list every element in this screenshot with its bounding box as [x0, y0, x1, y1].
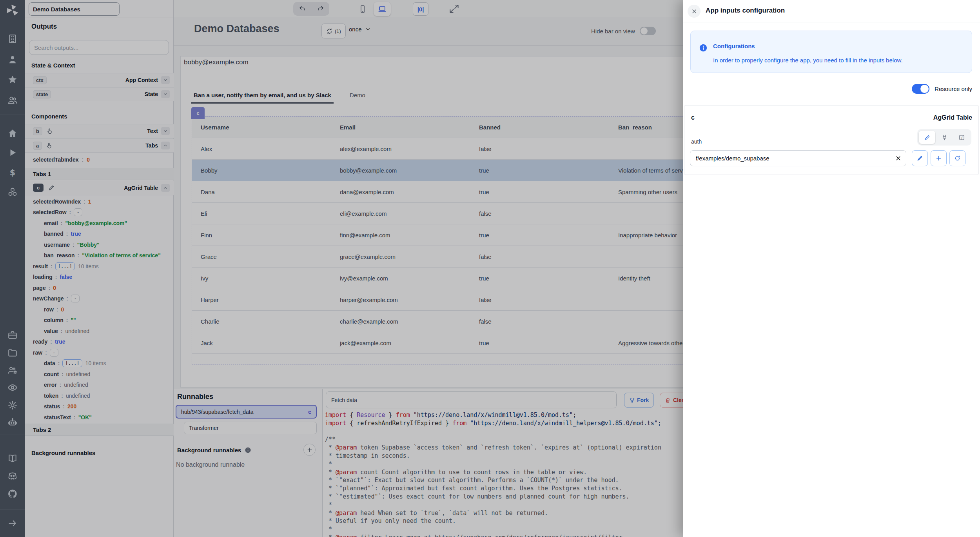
pencil-icon [924, 134, 931, 141]
resource-only-label: Resource only [935, 86, 972, 92]
eval-mode-button[interactable]: f [953, 131, 970, 144]
add-resource-button[interactable] [931, 150, 947, 166]
resource-only-row: Resource only [683, 83, 972, 94]
auth-input-wrap [690, 150, 906, 166]
config-component-id: c [691, 114, 695, 121]
close-drawer-button[interactable] [688, 5, 701, 18]
function-icon: f [958, 134, 965, 141]
drawer-title: App inputs configuration [706, 7, 785, 15]
refresh-resource-button[interactable] [949, 150, 965, 166]
auth-resource-input[interactable] [690, 150, 906, 166]
connect-mode-button[interactable] [936, 131, 953, 144]
info-body: In order to properly configure the app, … [713, 57, 903, 64]
edit-resource-button[interactable] [912, 150, 928, 166]
input-mode-segmented-control: f [917, 129, 971, 146]
plug-icon [941, 134, 948, 141]
app-root: $ Outputs State & Context ctxApp Context… [0, 0, 980, 537]
svg-text:f: f [961, 135, 963, 139]
static-mode-button[interactable] [919, 131, 935, 144]
info-icon [699, 44, 708, 52]
auth-field-label: auth [691, 138, 702, 145]
config-component-type: AgGrid Table [933, 114, 972, 121]
plus-icon [935, 155, 942, 162]
resource-only-toggle[interactable] [912, 84, 929, 94]
refresh-icon [954, 155, 961, 162]
clear-input-icon[interactable] [895, 155, 902, 162]
configurations-info-box: Configurations In order to properly conf… [690, 31, 972, 73]
drawer-header: App inputs configuration [683, 0, 980, 22]
app-inputs-drawer: App inputs configuration Configurations … [683, 0, 980, 537]
pencil-icon [916, 155, 923, 162]
info-title: Configurations [713, 43, 755, 49]
close-icon [691, 8, 697, 15]
component-config-section: c AgGrid Table auth f [684, 105, 979, 175]
